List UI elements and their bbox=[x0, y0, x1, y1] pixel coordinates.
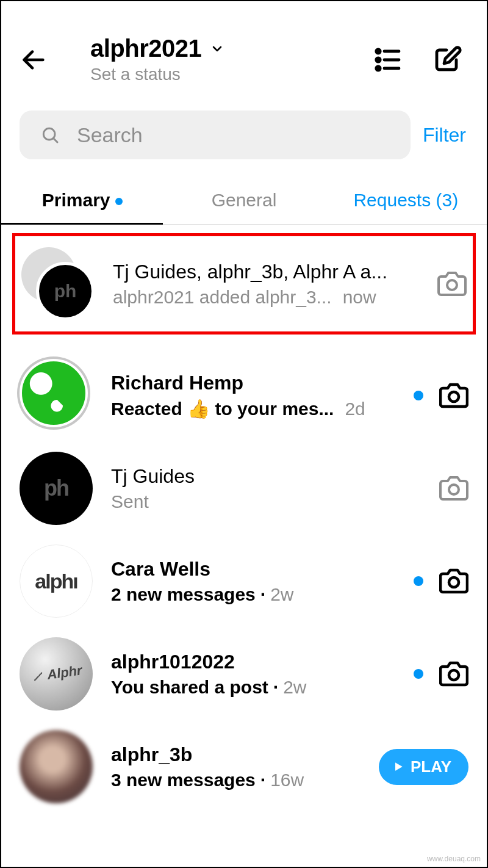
thread-row[interactable]: alphr_3b 3 new messages · 16w PLAY bbox=[1, 720, 487, 813]
thread-row[interactable]: ph Tj Guides, alphr_3b, Alphr A a... alp… bbox=[15, 241, 473, 327]
search-row: Search Filter bbox=[1, 99, 487, 165]
thread-time: 2w bbox=[270, 584, 293, 605]
play-label: PLAY bbox=[411, 758, 451, 776]
thread-row[interactable]: ph Tj Guides Sent bbox=[1, 442, 487, 535]
thread-time: 16w bbox=[270, 770, 304, 790]
camera-icon[interactable] bbox=[437, 269, 467, 298]
compose-message-icon[interactable] bbox=[433, 45, 462, 74]
svg-point-1 bbox=[376, 49, 380, 52]
svg-line-8 bbox=[54, 139, 57, 142]
thread-title: Richard Hemp bbox=[111, 372, 407, 394]
thread-snippet: 2 new messages bbox=[111, 584, 256, 605]
dm-header: alphr2021 Set a status bbox=[1, 1, 487, 99]
search-icon bbox=[40, 125, 60, 145]
thread-title: Tj Guides, alphr_3b, Alphr A a... bbox=[113, 261, 437, 283]
avatar: ph bbox=[21, 247, 95, 320]
watermark: www.deuaq.com bbox=[427, 855, 481, 863]
thread-row[interactable]: ⟋ Alphr alphr1012022 You shared a post ·… bbox=[1, 627, 487, 720]
unread-dot bbox=[414, 669, 423, 679]
thread-title: alphr1012022 bbox=[111, 651, 407, 673]
thread-snippet: alphr2021 added alphr_3... bbox=[113, 287, 332, 308]
thread-snippet: Reacted 👍 to your mes... bbox=[111, 398, 334, 419]
search-input[interactable]: Search bbox=[20, 110, 411, 159]
tab-label: Primary bbox=[42, 190, 110, 210]
svg-point-13 bbox=[449, 670, 459, 680]
avatar: ph bbox=[20, 452, 93, 525]
tab-general[interactable]: General bbox=[163, 190, 325, 224]
svg-point-9 bbox=[447, 280, 457, 290]
avatar: alphı bbox=[20, 544, 93, 618]
thread-row[interactable]: alphı Cara Wells 2 new messages · 2w bbox=[1, 535, 487, 627]
thread-time: 2w bbox=[283, 677, 306, 698]
svg-point-10 bbox=[449, 392, 459, 402]
svg-point-12 bbox=[449, 577, 459, 587]
camera-icon[interactable] bbox=[439, 381, 468, 410]
avatar: ⟋ Alphr bbox=[20, 637, 93, 711]
unread-indicator-dot bbox=[115, 198, 123, 205]
play-button[interactable]: PLAY bbox=[379, 749, 468, 785]
thread-snippet: Sent bbox=[111, 491, 439, 512]
tab-label: Requests (3) bbox=[353, 190, 458, 210]
chevron-down-icon bbox=[210, 42, 224, 56]
search-placeholder: Search bbox=[77, 123, 143, 147]
svg-point-11 bbox=[449, 485, 459, 494]
inbox-tabs: Primary General Requests (3) bbox=[1, 190, 487, 225]
thread-snippet: You shared a post bbox=[111, 677, 268, 698]
filter-button[interactable]: Filter bbox=[423, 124, 468, 146]
tab-label: General bbox=[212, 190, 277, 210]
thread-row[interactable]: Richard Hemp Reacted 👍 to your mes... 2d bbox=[1, 349, 487, 442]
message-requests-list-icon[interactable] bbox=[373, 45, 403, 74]
account-switcher[interactable]: alphr2021 Set a status bbox=[90, 35, 373, 84]
camera-icon[interactable] bbox=[439, 474, 468, 503]
svg-point-5 bbox=[376, 66, 380, 70]
set-status-link[interactable]: Set a status bbox=[90, 65, 373, 84]
highlighted-thread: ph Tj Guides, alphr_3b, Alphr A a... alp… bbox=[12, 233, 476, 335]
svg-marker-14 bbox=[395, 762, 403, 770]
camera-icon[interactable] bbox=[439, 659, 468, 689]
thread-title: alphr_3b bbox=[111, 743, 379, 766]
back-arrow-icon[interactable] bbox=[20, 46, 48, 74]
avatar bbox=[20, 359, 93, 432]
thread-snippet: 3 new messages bbox=[111, 770, 256, 790]
unread-dot bbox=[414, 391, 423, 400]
thread-title: Tj Guides bbox=[111, 465, 439, 488]
username-label: alphr2021 bbox=[90, 35, 201, 62]
svg-point-3 bbox=[376, 57, 380, 61]
avatar bbox=[20, 730, 93, 803]
unread-dot bbox=[414, 576, 423, 586]
thread-list: ph Tj Guides, alphr_3b, Alphr A a... alp… bbox=[1, 225, 487, 813]
thread-time: 2d bbox=[345, 399, 365, 419]
camera-icon[interactable] bbox=[439, 566, 468, 596]
thread-time: now bbox=[343, 287, 376, 308]
tab-primary[interactable]: Primary bbox=[1, 190, 163, 224]
thread-title: Cara Wells bbox=[111, 558, 407, 580]
tab-requests[interactable]: Requests (3) bbox=[325, 190, 487, 224]
